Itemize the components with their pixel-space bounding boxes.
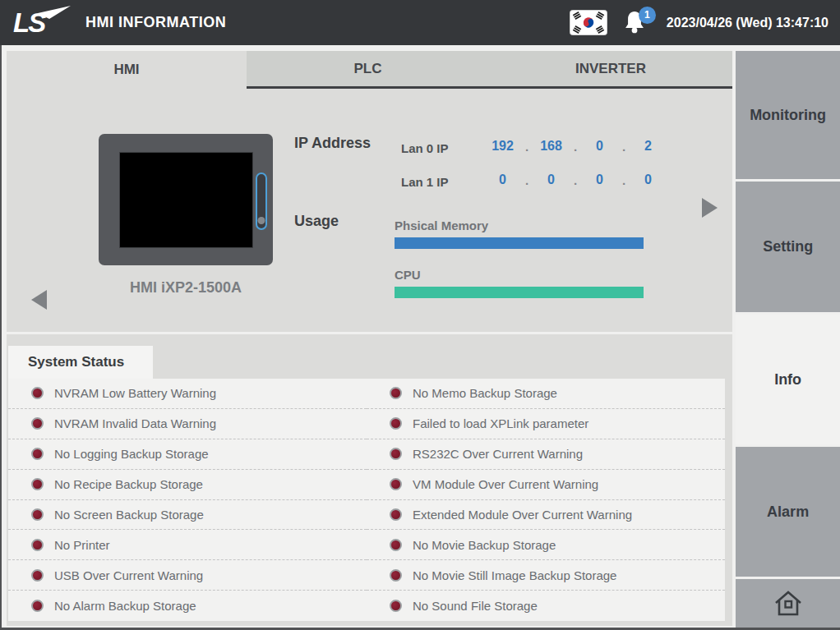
status-led-icon bbox=[390, 478, 402, 490]
status-item-label: NVRAM Invalid Data Warning bbox=[54, 416, 216, 430]
tab-bar: HMI PLC INVERTER bbox=[7, 51, 732, 89]
hmi-screen: LS HMI INFORMATION bbox=[0, 0, 840, 630]
home-icon bbox=[773, 589, 804, 619]
home-button[interactable] bbox=[736, 579, 840, 628]
lan0-octet-2: 168 bbox=[532, 139, 570, 154]
status-item-label: No Movie Backup Storage bbox=[413, 538, 556, 552]
usage-section-label: Usage bbox=[294, 213, 339, 230]
status-item-label: Failed to load XPLink parameter bbox=[413, 416, 588, 430]
memory-usage-bar bbox=[395, 237, 644, 249]
status-item: No Movie Backup Storage bbox=[367, 530, 725, 560]
status-item: No Alarm Backup Storage bbox=[8, 591, 367, 621]
status-item-label: No Movie Still Image Backup Storage bbox=[413, 568, 616, 582]
status-led-icon bbox=[31, 448, 44, 460]
status-led-icon bbox=[31, 508, 44, 521]
status-item: RS232C Over Current Warning bbox=[367, 439, 725, 470]
sidebar-item-setting[interactable]: Setting bbox=[736, 182, 840, 312]
lan1-octet-1: 0 bbox=[483, 172, 522, 187]
lan0-octet-1: 192 bbox=[483, 139, 522, 154]
next-device-arrow[interactable] bbox=[702, 198, 718, 218]
status-item-label: Extended Module Over Current Warning bbox=[413, 508, 632, 522]
content-area: HMI PLC INVERTER HMI iXP2-1500A IP Addre… bbox=[0, 45, 840, 630]
page-title: HMI INFORMATION bbox=[85, 14, 226, 31]
status-led-icon bbox=[390, 539, 402, 551]
ip-dot: . bbox=[619, 173, 629, 187]
ip-address-section-label: IP Address bbox=[294, 135, 371, 152]
ls-logo: LS bbox=[13, 7, 72, 39]
status-item: No Screen Backup Storage bbox=[8, 500, 367, 531]
status-item-label: No Alarm Backup Storage bbox=[54, 599, 196, 613]
top-bar: LS HMI INFORMATION bbox=[0, 0, 840, 45]
status-item: USB Over Current Warning bbox=[8, 560, 367, 591]
sidebar-item-info[interactable]: Info bbox=[736, 315, 840, 444]
sidebar-item-monitoring[interactable]: Monitoring bbox=[736, 51, 840, 179]
status-item-label: No Logging Backup Storage bbox=[54, 447, 209, 461]
status-led-icon bbox=[390, 417, 402, 430]
tab-plc[interactable]: PLC bbox=[247, 51, 489, 89]
lan1-octet-4: 0 bbox=[629, 172, 667, 187]
status-led-icon bbox=[31, 600, 44, 612]
status-led-icon bbox=[31, 417, 44, 430]
status-led-icon bbox=[390, 508, 402, 521]
lan1-label: Lan 1 IP bbox=[401, 175, 449, 189]
lan0-ip-value: 192 . 168 . 0 . 2 bbox=[483, 139, 667, 154]
lan1-octet-2: 0 bbox=[532, 172, 570, 187]
status-item-label: No Recipe Backup Storage bbox=[54, 477, 203, 491]
status-item-label: NVRAM Low Battery Warning bbox=[54, 386, 216, 400]
status-led-icon bbox=[31, 569, 44, 582]
lan1-ip-value: 0 . 0 . 0 . 0 bbox=[483, 172, 667, 187]
status-item-label: USB Over Current Warning bbox=[54, 568, 203, 582]
memory-usage-fill bbox=[395, 237, 644, 249]
main-column: HMI PLC INVERTER HMI iXP2-1500A IP Addre… bbox=[7, 45, 732, 630]
status-item: No Printer bbox=[8, 530, 367, 560]
device-screen bbox=[119, 152, 253, 248]
ip-dot: . bbox=[619, 140, 629, 154]
status-item: VM Module Over Current Warning bbox=[367, 470, 725, 500]
ip-dot: . bbox=[522, 140, 532, 154]
ip-dot: . bbox=[570, 140, 580, 154]
lan1-octet-3: 0 bbox=[580, 172, 619, 187]
status-item: Extended Module Over Current Warning bbox=[367, 500, 725, 531]
sidebar-item-alarm[interactable]: Alarm bbox=[736, 447, 840, 577]
status-item-label: VM Module Over Current Warning bbox=[413, 477, 598, 491]
status-item-label: No Printer bbox=[54, 538, 110, 552]
system-status-panel: System Status NVRAM Low Battery Warning … bbox=[7, 334, 732, 626]
status-item-label: No Sound File Storage bbox=[413, 599, 538, 613]
status-item: No Memo Backup Storage bbox=[367, 379, 725, 409]
ip-dot: . bbox=[570, 173, 580, 187]
status-led-icon bbox=[390, 600, 402, 612]
device-side-slot bbox=[256, 172, 267, 230]
status-item-label: No Memo Backup Storage bbox=[413, 386, 557, 400]
status-led-icon bbox=[31, 478, 44, 490]
status-item: Failed to load XPLink parameter bbox=[367, 409, 725, 439]
status-led-icon bbox=[390, 448, 402, 460]
status-item: No Sound File Storage bbox=[367, 591, 725, 621]
status-item: No Logging Backup Storage bbox=[8, 439, 367, 470]
system-status-title: System Status bbox=[8, 346, 153, 379]
slot-dot-icon bbox=[258, 217, 265, 224]
status-led-icon bbox=[390, 569, 402, 582]
status-item-label: No Screen Backup Storage bbox=[54, 508, 204, 522]
lan0-octet-4: 2 bbox=[629, 139, 667, 154]
device-model-label: HMI iXP2-1500A bbox=[99, 279, 273, 297]
status-led-icon bbox=[31, 539, 44, 551]
prev-device-arrow[interactable] bbox=[31, 290, 47, 310]
tab-inverter[interactable]: INVERTER bbox=[489, 51, 732, 89]
datetime-display: 2023/04/26 (Wed) 13:47:10 bbox=[667, 16, 828, 30]
system-status-list: NVRAM Low Battery Warning No Memo Backup… bbox=[8, 379, 725, 621]
lan0-label: Lan 0 IP bbox=[401, 141, 449, 155]
status-item: No Recipe Backup Storage bbox=[8, 470, 367, 500]
sidebar: Monitoring Setting Info Alarm bbox=[736, 45, 840, 630]
lan0-octet-3: 0 bbox=[580, 139, 619, 154]
notification-bell-button[interactable]: 1 bbox=[621, 9, 648, 37]
status-led-icon bbox=[390, 387, 402, 399]
status-item: No Movie Still Image Backup Storage bbox=[367, 560, 725, 591]
cpu-bar-label: CPU bbox=[395, 268, 421, 282]
tab-hmi[interactable]: HMI bbox=[7, 51, 247, 89]
status-item: NVRAM Invalid Data Warning bbox=[8, 409, 367, 439]
hmi-device-image bbox=[99, 134, 273, 265]
status-led-icon bbox=[31, 387, 44, 399]
status-item-label: RS232C Over Current Warning bbox=[413, 447, 583, 461]
korea-flag-icon[interactable] bbox=[570, 10, 607, 35]
cpu-usage-fill bbox=[395, 287, 644, 298]
